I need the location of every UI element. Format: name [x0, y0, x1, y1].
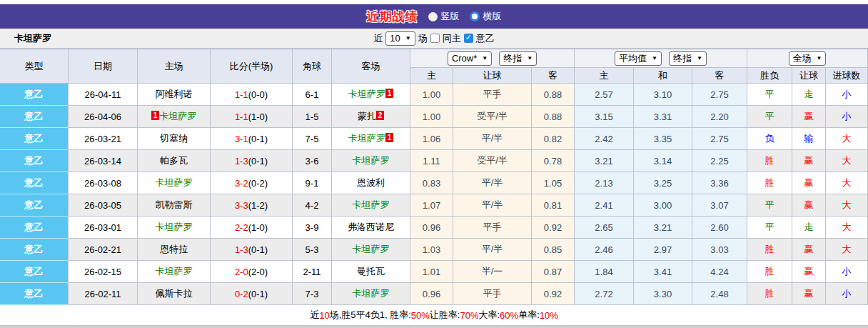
sub-header-2: 客	[532, 68, 575, 84]
near-label: 近	[373, 32, 383, 45]
sub-header-7: 让球	[792, 68, 826, 84]
cell-avg-away: 2.75	[692, 84, 747, 106]
cell-away-team: 卡坦萨罗	[332, 194, 410, 217]
cell-corner: 9-1	[293, 172, 332, 194]
team-label: 卡坦萨罗	[156, 221, 193, 234]
cell-avg-home: 2.57	[575, 84, 634, 106]
cell-home-team: 帕多瓦	[138, 150, 211, 172]
average-select[interactable]: 平均值 ▼	[615, 51, 662, 66]
team-label: 曼托瓦	[357, 265, 385, 278]
cell-odds-handicap: 平手	[453, 283, 532, 305]
team-label: 帕多瓦	[160, 154, 188, 167]
summary-label: 单率:	[518, 309, 540, 322]
cell-odds-away: 0.87	[532, 261, 575, 283]
cell-odds-away: 0.85	[532, 239, 575, 261]
cell-home-team: 阿维利诺	[138, 84, 211, 106]
cell-result-goals: 小	[826, 283, 868, 305]
cell-date: 26-02-15	[69, 261, 138, 283]
cell-result-handicap: 赢	[792, 172, 826, 194]
provider-final-select[interactable]: 终指 ▼	[499, 51, 537, 66]
match-count-select[interactable]: 10 ▼	[385, 31, 415, 46]
cell-odds-home: 1.01	[410, 261, 453, 283]
average-final-select[interactable]: 终指 ▼	[669, 51, 707, 66]
col-header-home: 主场	[138, 49, 211, 84]
sub-header-1: 让球	[453, 68, 532, 84]
cell-league: 意乙	[0, 172, 69, 194]
cell-corner: 2-11	[293, 261, 332, 283]
layout-radio-vertical[interactable]: 竖版	[428, 10, 460, 23]
cell-result-handicap: 输	[792, 128, 826, 150]
sub-header-3: 主	[575, 68, 634, 84]
cell-result-wdl: 平	[747, 217, 792, 239]
team-label: 佩斯卡拉	[156, 287, 193, 300]
cell-home-team: 恩特拉	[138, 239, 211, 261]
same-home-checkbox[interactable]	[430, 34, 440, 43]
cell-result-handicap: 赢	[792, 239, 826, 261]
team-label: 卡坦萨罗	[156, 177, 193, 189]
sub-header-6: 胜负	[747, 68, 792, 84]
team-label: 卡坦萨罗	[156, 265, 193, 278]
cell-avg-home: 2.72	[575, 283, 634, 305]
cell-odds-handicap: 平/半	[453, 194, 532, 217]
team-label: 阿维利诺	[156, 88, 193, 101]
cell-odds-away: 0.78	[532, 150, 575, 172]
cell-corner: 4-2	[293, 194, 332, 217]
cell-avg-away: 4.24	[692, 261, 747, 283]
radio-unselected-icon[interactable]	[428, 12, 438, 21]
summary-label: 大率:	[478, 309, 500, 322]
team-label: 弗洛西诺尼	[348, 221, 394, 234]
cell-away-team: 卡坦萨罗	[332, 150, 410, 172]
cell-league: 意乙	[0, 84, 69, 106]
layout-radio-horizontal[interactable]: 横版	[470, 10, 502, 23]
cell-away-team: 弗洛西诺尼	[332, 217, 410, 239]
team-label: 切塞纳	[160, 132, 188, 145]
cell-avg-draw: 3.30	[634, 283, 692, 305]
radio-selected-icon[interactable]	[470, 11, 480, 21]
col-header-type: 类型	[0, 49, 69, 84]
cell-odds-home: 1.03	[410, 239, 453, 261]
chevron-down-icon: ▼	[652, 55, 657, 61]
cell-odds-handicap: 平/半	[453, 128, 532, 150]
cell-avg-draw: 3.25	[634, 172, 692, 194]
cell-avg-draw: 2.97	[634, 239, 692, 261]
results-table: 类型 日期 主场 比分(半场) 角球 客场 Crow* ▼ 终指 ▼ 平均值 ▼…	[0, 49, 868, 326]
cell-odds-handicap: 平手	[453, 84, 532, 106]
team-label: 卡坦萨罗	[353, 199, 390, 212]
cell-score: 2-2(1-0)	[211, 217, 293, 239]
cell-odds-away: 0.82	[532, 128, 575, 150]
cell-home-team: 1卡坦萨罗	[138, 106, 211, 128]
league-filter-label: 意乙	[476, 32, 495, 45]
card-badge: 1	[385, 133, 394, 142]
cell-league: 意乙	[0, 194, 69, 217]
cell-league: 意乙	[0, 150, 69, 172]
summary-label: 场,胜5平4负1, 胜率:	[330, 309, 411, 322]
cell-avg-away: 2.60	[692, 217, 747, 239]
filter-controls: 近 10 ▼ 场 同主 意乙	[373, 31, 494, 46]
cell-date: 26-03-21	[69, 128, 138, 150]
cell-avg-home: 2.65	[575, 217, 634, 239]
cell-result-wdl: 平	[747, 84, 792, 106]
odds-provider-select[interactable]: Crow* ▼	[448, 51, 492, 66]
league-filter-checkbox[interactable]	[464, 34, 473, 43]
cell-away-team: 卡坦萨罗	[332, 283, 410, 305]
cell-score: 1-1(0-0)	[211, 84, 293, 106]
summary-label: 让胜率:	[430, 309, 460, 322]
cell-date: 26-03-05	[69, 194, 138, 217]
cell-result-handicap: 走	[792, 84, 826, 106]
cell-avg-home: 2.13	[575, 172, 634, 194]
cell-result-wdl: 胜	[747, 150, 792, 172]
cell-avg-draw: 3.41	[634, 261, 692, 283]
cell-odds-away: 0.81	[532, 194, 575, 217]
cell-corner: 3-9	[293, 217, 332, 239]
full-match-select[interactable]: 全场 ▼	[789, 51, 827, 66]
team-label: 蒙扎	[358, 110, 376, 123]
cell-result-goals: 小	[826, 106, 868, 128]
chevron-down-icon: ▼	[527, 55, 533, 61]
sub-header-8: 进球数	[826, 68, 868, 84]
cell-away-team: 蒙扎2	[332, 106, 410, 128]
cell-odds-home: 0.96	[410, 217, 453, 239]
cell-result-goals: 大	[826, 217, 868, 239]
team-label: 恩特拉	[160, 243, 188, 256]
cell-avg-away: 3.07	[692, 194, 747, 217]
team-label: 凯勒雷斯	[156, 199, 193, 212]
